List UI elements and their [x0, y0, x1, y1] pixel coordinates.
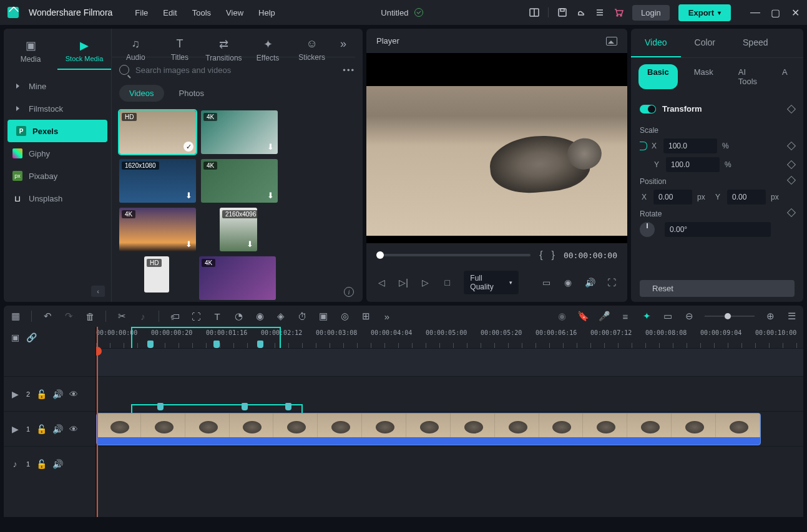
- lock-icon[interactable]: 🔓: [36, 389, 46, 399]
- stock-thumb[interactable]: 4K⬇: [119, 208, 196, 251]
- source-giphy[interactable]: Giphy: [4, 142, 111, 165]
- tab-audio[interactable]: ♫Audio: [114, 32, 158, 57]
- save-icon[interactable]: [557, 7, 567, 17]
- download-icon[interactable]: ⬇: [183, 190, 193, 200]
- snapshot-icon[interactable]: [606, 37, 617, 46]
- pic-icon[interactable]: ▭: [662, 311, 673, 322]
- camera-icon[interactable]: ◉: [563, 277, 574, 288]
- render-icon[interactable]: ✦: [641, 311, 652, 322]
- filter-photos[interactable]: Photos: [169, 85, 214, 102]
- position-y-input[interactable]: [727, 190, 766, 205]
- lock-icon[interactable]: 🔓: [36, 424, 46, 434]
- source-pexels[interactable]: PPexels: [7, 120, 107, 142]
- cart-icon[interactable]: [614, 7, 624, 17]
- search-input[interactable]: Search images and videos: [119, 65, 336, 75]
- split-button[interactable]: ✂: [116, 311, 127, 322]
- track-a1-head[interactable]: ♪1 🔓 🔊: [4, 446, 95, 481]
- timer-icon[interactable]: ⏱: [296, 311, 308, 322]
- player-scrubber[interactable]: [376, 254, 531, 256]
- props-tab-color[interactable]: Color: [681, 29, 729, 57]
- tab-effects[interactable]: ✦Effects: [246, 32, 290, 57]
- reset-button[interactable]: Reset: [640, 280, 795, 297]
- delete-button[interactable]: 🗑: [84, 311, 95, 322]
- keyframe-tool-icon[interactable]: ◈: [275, 311, 286, 322]
- filter-videos[interactable]: Videos: [119, 85, 164, 102]
- scale-y-input[interactable]: [666, 157, 720, 172]
- scale-y-keyframe-icon[interactable]: [787, 160, 796, 169]
- crop-icon[interactable]: ⛶: [190, 311, 202, 322]
- download-icon[interactable]: ⬇: [265, 142, 275, 152]
- close-button[interactable]: ✕: [791, 8, 800, 17]
- text-icon[interactable]: T: [212, 311, 223, 322]
- marker-icon[interactable]: 🔖: [577, 311, 589, 322]
- search-options-icon[interactable]: •••: [343, 65, 355, 75]
- zoom-slider[interactable]: [705, 316, 755, 317]
- color-icon[interactable]: ◉: [254, 311, 265, 322]
- playhead[interactable]: [97, 327, 98, 517]
- track-v1-head[interactable]: ▶1 🔓 🔊 👁: [4, 411, 95, 446]
- volume-icon[interactable]: 🔊: [585, 277, 595, 288]
- stop-button[interactable]: □: [442, 277, 452, 288]
- tab-transitions[interactable]: ⇄Transitions: [202, 32, 246, 57]
- play-button[interactable]: ▷: [420, 277, 431, 288]
- props-tab-video[interactable]: Video: [631, 29, 681, 57]
- mixer-icon[interactable]: ≡: [620, 311, 631, 322]
- track-a1[interactable]: [96, 446, 803, 481]
- stock-thumb[interactable]: HD: [144, 256, 169, 293]
- mute-icon[interactable]: 🔊: [52, 424, 62, 434]
- tab-titles[interactable]: TTitles: [158, 32, 202, 57]
- stock-thumb[interactable]: 4K⬇: [201, 110, 278, 154]
- track-v2[interactable]: [96, 376, 803, 411]
- grid-icon[interactable]: ▦: [10, 311, 21, 322]
- player-viewport[interactable]: [366, 53, 627, 243]
- mic-icon[interactable]: 🎤: [599, 311, 610, 322]
- source-filmstock[interactable]: Filmstock: [4, 97, 111, 120]
- tab-stock-media[interactable]: ▶Stock Media: [57, 34, 111, 70]
- tl-link-icon[interactable]: 🔗: [26, 332, 36, 342]
- eye-icon[interactable]: 👁: [69, 424, 79, 434]
- detect-icon[interactable]: ▣: [318, 311, 329, 322]
- scale-x-keyframe-icon[interactable]: [787, 142, 796, 150]
- menu-view[interactable]: View: [226, 8, 243, 17]
- list-icon[interactable]: [595, 7, 605, 17]
- subtab-aitools[interactable]: AI Tools: [730, 64, 766, 89]
- maximize-button[interactable]: ▢: [771, 8, 780, 17]
- stock-thumb[interactable]: 2160x4096⬇: [220, 208, 257, 251]
- rotate-keyframe-icon[interactable]: [787, 208, 796, 217]
- zoom-out-button[interactable]: ⊖: [683, 311, 695, 322]
- collapse-sidebar-button[interactable]: ‹: [91, 286, 105, 297]
- prev-frame-button[interactable]: ◁: [376, 277, 387, 288]
- rotate-input[interactable]: [665, 222, 771, 237]
- compare-icon[interactable]: ▭: [541, 277, 552, 288]
- timeline-ruler[interactable]: 00:00:00:0000:00:00:2000:00:01:1600:00:0…: [96, 327, 803, 348]
- position-keyframe-icon[interactable]: [787, 176, 796, 185]
- mute-icon[interactable]: 🔊: [52, 389, 62, 399]
- source-mine[interactable]: Mine: [4, 75, 111, 97]
- transform-keyframe-icon[interactable]: [787, 104, 796, 113]
- cloud-icon[interactable]: [576, 7, 586, 17]
- mark-out-button[interactable]: }: [552, 249, 555, 261]
- zoom-in-button[interactable]: ⊕: [765, 311, 776, 322]
- transform-toggle[interactable]: [640, 105, 656, 114]
- eye-icon[interactable]: 👁: [69, 389, 79, 399]
- tag-icon[interactable]: 🏷: [169, 311, 180, 322]
- tab-media[interactable]: ▣Media: [4, 34, 57, 70]
- minimize-button[interactable]: —: [751, 8, 760, 17]
- tab-more[interactable]: »: [334, 32, 353, 57]
- marker-add-icon[interactable]: ◉: [556, 311, 567, 322]
- scale-x-input[interactable]: [663, 138, 717, 153]
- info-icon[interactable]: i: [344, 287, 354, 297]
- download-icon[interactable]: ⬇: [183, 239, 193, 249]
- link-scale-icon[interactable]: [640, 142, 647, 150]
- music-tool-icon[interactable]: ♪: [137, 311, 149, 322]
- login-button[interactable]: Login: [632, 5, 670, 21]
- redo-button[interactable]: ↷: [63, 311, 74, 322]
- track-icon[interactable]: ◎: [339, 311, 350, 322]
- fullscreen-icon[interactable]: ⛶: [607, 277, 617, 288]
- track-v1[interactable]: ▶ unnamed: [96, 411, 803, 446]
- quality-dropdown[interactable]: Full Quality▾: [464, 271, 518, 294]
- menu-edit[interactable]: Edit: [163, 8, 177, 17]
- play-back-button[interactable]: ▷|: [398, 277, 409, 288]
- tl-layers-icon[interactable]: ▣: [10, 332, 20, 342]
- props-tab-speed[interactable]: Speed: [729, 29, 781, 57]
